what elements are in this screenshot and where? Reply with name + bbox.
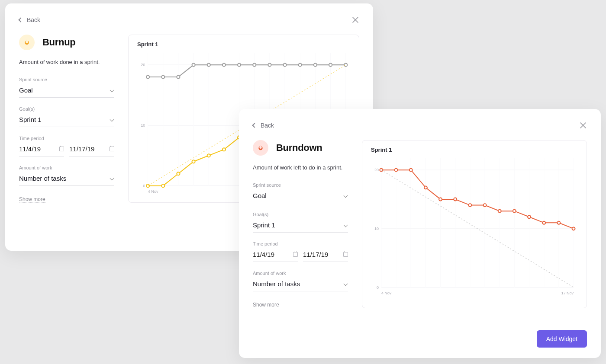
burnup-sidebar: Burnup Amount of work done in a sprint. … xyxy=(19,35,114,203)
goals-select[interactable]: Sprint 1 xyxy=(19,114,114,127)
date-from-input[interactable]: 11/4/19 xyxy=(253,249,298,262)
goals-select[interactable]: Sprint 1 xyxy=(253,220,348,233)
svg-point-76 xyxy=(498,210,501,213)
amount-select[interactable]: Number of tasks xyxy=(253,278,348,291)
date-from-value: 11/4/19 xyxy=(19,145,41,153)
svg-point-42 xyxy=(299,64,302,67)
amount-value: Number of tasks xyxy=(253,280,300,287)
svg-point-26 xyxy=(222,148,226,151)
chevron-down-icon xyxy=(344,223,348,227)
svg-point-37 xyxy=(222,64,226,67)
back-button[interactable]: Back xyxy=(19,16,40,23)
svg-text:0: 0 xyxy=(377,285,379,290)
show-more-link[interactable]: Show more xyxy=(253,302,279,308)
chevron-down-icon xyxy=(110,88,114,92)
svg-point-70 xyxy=(409,169,413,172)
page-description: Amount of work done in a sprint. xyxy=(19,58,114,67)
goals-value: Sprint 1 xyxy=(253,221,275,229)
burndown-chart-card: Sprint 1 010204 Nov17 Nov xyxy=(362,140,587,308)
svg-point-32 xyxy=(146,75,149,78)
sprint-source-select[interactable]: Goal xyxy=(19,85,114,98)
svg-point-41 xyxy=(284,64,287,67)
goals-label: Goal(s) xyxy=(19,106,114,112)
svg-point-78 xyxy=(528,215,531,218)
date-to-value: 11/17/19 xyxy=(303,251,328,258)
svg-text:10: 10 xyxy=(141,123,145,128)
svg-point-25 xyxy=(207,154,210,157)
burndown-chart: 010204 Nov17 Nov xyxy=(371,156,578,298)
svg-point-75 xyxy=(484,204,487,207)
time-period-label: Time period xyxy=(253,241,348,246)
svg-text:4 Nov: 4 Nov xyxy=(148,189,158,194)
chevron-left-icon xyxy=(252,123,257,128)
sprint-source-label: Sprint source xyxy=(19,77,114,82)
goals-value: Sprint 1 xyxy=(19,116,42,123)
sprint-source-value: Goal xyxy=(19,86,33,94)
svg-text:20: 20 xyxy=(374,168,379,172)
svg-point-36 xyxy=(207,64,210,67)
sprint-source-value: Goal xyxy=(253,192,267,199)
amount-label: Amount of work xyxy=(19,165,114,170)
amount-select[interactable]: Number of tasks xyxy=(19,173,114,186)
burndown-sidebar: Burndown Amount of work left to do in a … xyxy=(253,140,348,308)
amount-value: Number of tasks xyxy=(19,175,66,182)
svg-point-77 xyxy=(513,210,516,213)
chevron-down-icon xyxy=(344,193,348,198)
svg-point-38 xyxy=(238,64,241,67)
back-label: Back xyxy=(27,16,40,23)
svg-point-79 xyxy=(542,221,545,224)
sprint-source-label: Sprint source xyxy=(253,182,348,188)
goals-label: Goal(s) xyxy=(253,212,348,217)
svg-point-71 xyxy=(424,186,427,189)
date-from-input[interactable]: 11/4/19 xyxy=(19,144,64,156)
chart-title: Sprint 1 xyxy=(137,41,350,48)
close-icon xyxy=(579,121,587,129)
close-button[interactable] xyxy=(351,16,359,24)
close-button[interactable] xyxy=(579,121,587,129)
svg-point-72 xyxy=(439,198,442,201)
svg-point-69 xyxy=(395,169,398,172)
svg-point-43 xyxy=(314,64,317,67)
svg-point-73 xyxy=(454,198,457,201)
calendar-icon xyxy=(110,147,114,151)
chevron-left-icon xyxy=(18,17,23,22)
back-button[interactable]: Back xyxy=(253,122,274,129)
calendar-icon xyxy=(59,147,64,151)
svg-point-34 xyxy=(177,75,180,78)
fire-icon xyxy=(19,35,35,50)
svg-point-39 xyxy=(253,64,256,67)
page-description: Amount of work left to do in a sprint. xyxy=(253,163,348,172)
date-to-input[interactable]: 11/17/19 xyxy=(69,144,114,156)
close-icon xyxy=(351,16,359,24)
date-to-input[interactable]: 11/17/19 xyxy=(303,249,348,262)
svg-text:17 Nov: 17 Nov xyxy=(561,291,574,295)
amount-label: Amount of work xyxy=(253,271,348,276)
page-title: Burndown xyxy=(276,142,322,153)
chart-title: Sprint 1 xyxy=(371,147,578,153)
fire-icon xyxy=(253,140,268,156)
svg-point-81 xyxy=(572,227,575,230)
svg-text:4 Nov: 4 Nov xyxy=(381,291,392,295)
back-label: Back xyxy=(261,122,274,129)
sprint-source-select[interactable]: Goal xyxy=(253,190,348,203)
svg-point-35 xyxy=(192,64,195,67)
svg-point-23 xyxy=(177,172,180,175)
svg-point-44 xyxy=(329,64,332,67)
svg-point-74 xyxy=(468,204,471,207)
calendar-icon xyxy=(293,252,298,257)
svg-text:10: 10 xyxy=(374,227,379,231)
chevron-down-icon xyxy=(344,281,348,286)
date-to-value: 11/17/19 xyxy=(69,145,94,153)
svg-point-22 xyxy=(161,184,164,187)
svg-point-40 xyxy=(268,64,271,67)
chevron-down-icon xyxy=(110,117,114,121)
svg-text:20: 20 xyxy=(141,63,145,67)
time-period-label: Time period xyxy=(19,136,114,141)
svg-point-24 xyxy=(192,160,195,163)
add-widget-button[interactable]: Add Widget xyxy=(537,330,587,348)
date-from-value: 11/4/19 xyxy=(253,251,274,258)
svg-text:0: 0 xyxy=(143,184,145,188)
svg-point-80 xyxy=(557,221,560,224)
show-more-link[interactable]: Show more xyxy=(19,196,45,203)
page-title: Burnup xyxy=(42,37,75,48)
